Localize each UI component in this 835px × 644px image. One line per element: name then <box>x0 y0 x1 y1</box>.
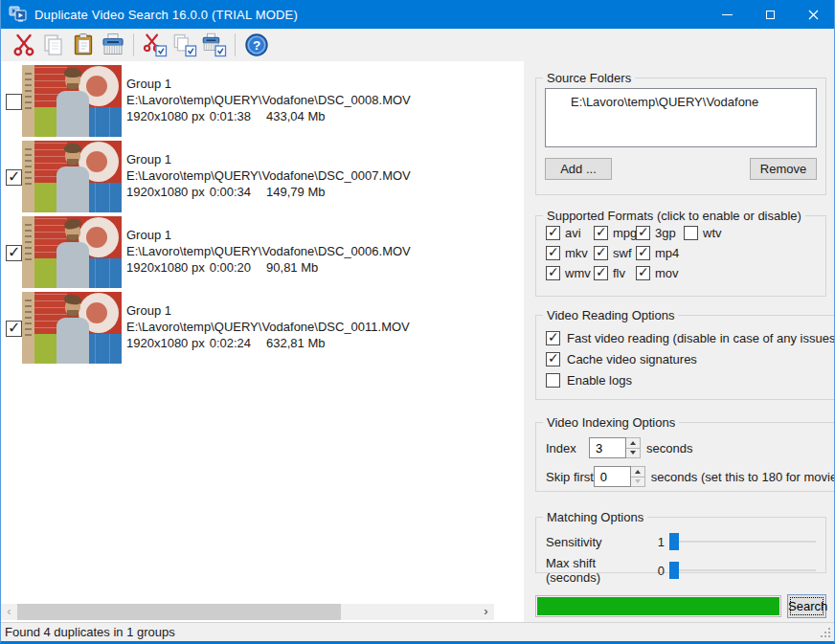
row-checkbox[interactable] <box>6 169 22 186</box>
video-reading-group: Video Reading Options Fast video reading… <box>535 308 835 400</box>
up-arrow-icon <box>630 441 636 445</box>
scroll-right-arrow-icon[interactable]: › <box>478 604 494 620</box>
file-specs: 1920x1080 px0:01:38433,04 Mb <box>126 108 411 124</box>
toolbar: ? <box>1 29 834 61</box>
format-checkbox[interactable] <box>546 246 560 260</box>
copy-checked-button[interactable] <box>169 31 199 59</box>
matching-options-group: Matching Options Sensitivity 1 Max shift… <box>535 510 826 573</box>
search-button[interactable]: Search <box>787 594 826 618</box>
copy-button[interactable] <box>38 31 68 59</box>
row-checkbox[interactable] <box>6 245 22 261</box>
format-mov[interactable]: mov <box>636 266 684 280</box>
source-folders-group: Source Folders E:\Lavoro\temp\QUERY\Voda… <box>535 71 826 195</box>
sensitivity-slider[interactable] <box>669 533 816 550</box>
format-wtv[interactable]: wtv <box>684 226 825 240</box>
file-specs: 1920x1080 px0:02:24632,81 Mb <box>126 335 410 351</box>
duration: 0:01:38 <box>210 109 251 123</box>
add-folder-button[interactable]: Add ... <box>545 158 612 180</box>
video-indexing-title: Video Indexing Options <box>543 415 679 430</box>
down-arrow-icon <box>630 451 636 455</box>
shred-checked-icon <box>200 33 228 57</box>
format-mpg[interactable]: mpg <box>594 226 636 240</box>
index-seconds-input[interactable] <box>589 437 626 458</box>
scrollbar-thumb[interactable] <box>17 604 341 620</box>
up-arrow-icon <box>635 470 641 474</box>
resolution: 1920x1080 px <box>126 185 205 199</box>
file-path: E:\Lavoro\temp\QUERY\Vodafone\DSC_0011.M… <box>126 319 410 335</box>
row-checkbox[interactable] <box>6 94 22 110</box>
resolution: 1920x1080 px <box>126 336 205 350</box>
duplicates-list: Group 1 E:\Lavoro\temp\QUERY\Vodafone\DS… <box>1 61 524 623</box>
option-checkbox[interactable] <box>546 373 560 388</box>
max-shift-value: 0 <box>653 564 665 578</box>
format-checkbox[interactable] <box>594 246 608 260</box>
source-folders-title: Source Folders <box>543 71 635 85</box>
shred-checked-button[interactable] <box>199 31 229 59</box>
option-checkbox[interactable] <box>546 331 560 345</box>
cut-checked-icon <box>142 33 168 57</box>
index-spin-down-button[interactable] <box>626 449 641 459</box>
row-checkbox[interactable] <box>6 321 22 337</box>
list-item[interactable]: Group 1 E:\Lavoro\temp\QUERY\Vodafone\DS… <box>1 292 524 367</box>
option-cache-signatures[interactable]: Cache video signatures <box>546 352 835 366</box>
format-checkbox[interactable] <box>684 226 698 240</box>
toolbar-separator <box>235 33 236 56</box>
format-3gp[interactable]: 3gp <box>636 226 684 240</box>
max-shift-slider-thumb[interactable] <box>669 562 679 579</box>
folder-listbox[interactable]: E:\Lavoro\temp\QUERY\Vodafone <box>545 88 817 147</box>
format-checkbox[interactable] <box>594 266 608 280</box>
list-item[interactable]: Group 1 E:\Lavoro\temp\QUERY\Vodafone\DS… <box>1 216 524 292</box>
skip-first-seconds-input[interactable] <box>594 466 631 487</box>
settings-panel: Source Folders E:\Lavoro\temp\QUERY\Voda… <box>535 61 826 623</box>
format-flv[interactable]: flv <box>594 266 636 280</box>
index-spin-up-button[interactable] <box>626 437 641 449</box>
scroll-left-arrow-icon[interactable]: ‹ <box>1 604 17 620</box>
index-label: Index <box>546 441 589 455</box>
minimize-button[interactable] <box>706 0 749 29</box>
file-size: 433,04 Mb <box>266 109 325 123</box>
skip-first-label: Skip first <box>546 470 594 484</box>
list-item[interactable]: Group 1 E:\Lavoro\temp\QUERY\Vodafone\DS… <box>1 65 524 141</box>
format-swf[interactable]: swf <box>594 246 636 260</box>
format-checkbox[interactable] <box>636 266 650 280</box>
list-item[interactable]: Group 1 E:\Lavoro\temp\QUERY\Vodafone\DS… <box>1 141 524 216</box>
shred-button[interactable] <box>98 31 127 59</box>
resize-grip[interactable] <box>820 626 832 638</box>
paste-button[interactable] <box>68 31 98 59</box>
skip-suffix: seconds (set this to 180 for movies) <box>651 470 835 484</box>
format-mp4[interactable]: mp4 <box>636 246 684 260</box>
folder-item[interactable]: E:\Lavoro\temp\QUERY\Vodafone <box>546 89 816 109</box>
format-avi[interactable]: avi <box>546 226 594 240</box>
resolution: 1920x1080 px <box>126 260 205 275</box>
skip-spin-up-button[interactable] <box>631 466 645 477</box>
cut-button[interactable] <box>9 31 38 59</box>
video-thumbnail[interactable] <box>22 292 122 364</box>
option-checkbox[interactable] <box>546 352 560 366</box>
horizontal-scrollbar[interactable]: ‹ › <box>1 604 494 620</box>
close-button[interactable] <box>792 0 835 29</box>
max-shift-slider[interactable] <box>669 562 816 579</box>
format-checkbox[interactable] <box>636 226 650 240</box>
format-checkbox[interactable] <box>594 226 608 240</box>
remove-folder-button[interactable]: Remove <box>750 158 817 180</box>
format-checkbox[interactable] <box>636 246 650 260</box>
format-mkv[interactable]: mkv <box>546 246 594 260</box>
format-checkbox[interactable] <box>546 266 560 280</box>
video-meta: Group 1 E:\Lavoro\temp\QUERY\Vodafone\DS… <box>126 302 410 351</box>
format-wmv[interactable]: wmv <box>546 266 594 280</box>
close-icon <box>808 10 819 20</box>
video-thumbnail[interactable] <box>22 216 122 288</box>
cut-checked-button[interactable] <box>140 31 169 59</box>
help-button[interactable]: ? <box>241 31 271 59</box>
sensitivity-slider-thumb[interactable] <box>669 533 679 550</box>
maximize-icon <box>766 11 775 19</box>
video-thumbnail[interactable] <box>22 65 122 137</box>
help-icon: ? <box>244 33 269 57</box>
title-bar: Duplicate Video Search 16.0.0 (TRIAL MOD… <box>0 0 835 29</box>
maximize-button[interactable] <box>749 0 792 29</box>
format-checkbox[interactable] <box>546 226 560 240</box>
video-thumbnail[interactable] <box>22 141 122 212</box>
skip-spin-down-button[interactable] <box>631 477 645 488</box>
option-fast-video-reading[interactable]: Fast video reading (disable in case of a… <box>546 331 835 345</box>
option-enable-logs[interactable]: Enable logs <box>546 373 835 388</box>
